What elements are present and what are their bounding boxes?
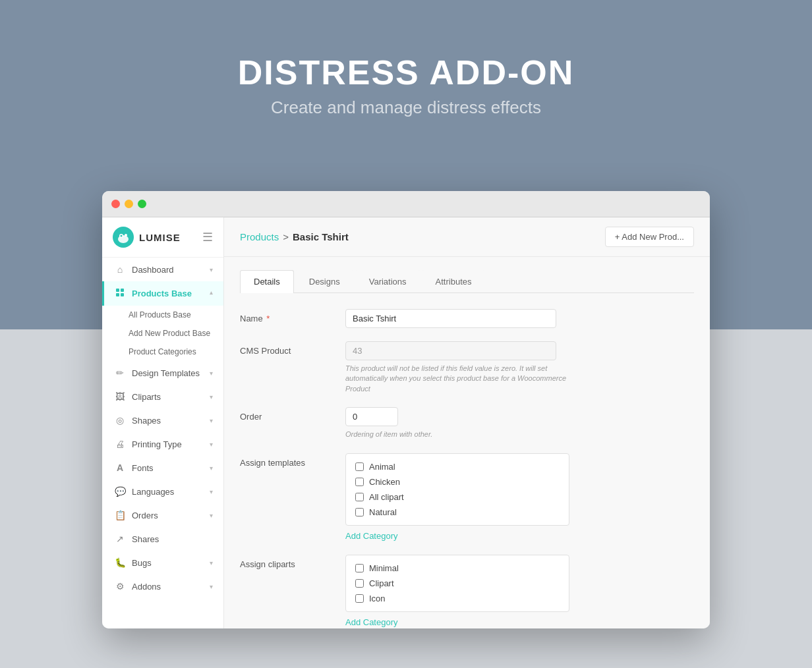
products-base-icon xyxy=(115,288,125,299)
title-bar xyxy=(102,191,710,217)
breadcrumb-current: Basic Tshirt xyxy=(293,231,349,242)
label-assign-cliparts: Assign cliparts xyxy=(240,555,345,569)
sidebar-item-design-templates[interactable]: ✏ Design Templates ▾ xyxy=(102,361,223,385)
templates-checkbox-group: Animal Chicken All clipart xyxy=(345,453,569,526)
breadcrumb: Products > Basic Tshirt xyxy=(240,231,349,242)
traffic-light-green[interactable] xyxy=(138,200,146,208)
control-order: Ordering of item with other. xyxy=(345,407,694,439)
sidebar-item-orders[interactable]: 📋 Orders ▾ xyxy=(102,503,223,527)
sidebar-item-dashboard[interactable]: ⌂ Dashboard ▾ xyxy=(102,258,223,281)
form-group-order: Order Ordering of item with other. xyxy=(240,407,694,439)
form-group-assign-cliparts: Assign cliparts Minimal Clipart xyxy=(240,555,694,628)
dashboard-icon: ⌂ xyxy=(115,264,125,275)
sidebar-item-languages[interactable]: 💬 Languages ▾ xyxy=(102,480,223,503)
control-assign-templates: Animal Chicken All clipart xyxy=(345,453,694,542)
template-item-natural[interactable]: Natural xyxy=(355,507,560,517)
breadcrumb-link-products[interactable]: Products xyxy=(240,231,279,242)
add-category-templates-link[interactable]: Add Category xyxy=(345,531,398,541)
svg-rect-6 xyxy=(121,289,124,292)
clipart-item-icon[interactable]: Icon xyxy=(355,594,560,603)
label-cms-product: CMS Product xyxy=(240,341,345,356)
sidebar-item-addons[interactable]: ⚙ Addons ▾ xyxy=(102,574,223,598)
template-item-chicken[interactable]: Chicken xyxy=(355,477,560,487)
checkbox-all-clipart[interactable] xyxy=(355,493,364,501)
sidebar-item-cliparts[interactable]: 🖼 Cliparts ▾ xyxy=(102,385,223,408)
sidebar-logo: LUMISE ☰ xyxy=(102,217,223,258)
logo-icon xyxy=(113,227,134,248)
traffic-light-red[interactable] xyxy=(111,200,120,208)
hint-order: Ordering of item with other. xyxy=(345,430,569,439)
sidebar-label-shapes: Shapes xyxy=(132,416,161,426)
sidebar-label-printing-type: Printing Type xyxy=(132,439,182,449)
traffic-lights xyxy=(111,200,146,208)
add-category-cliparts-link[interactable]: Add Category xyxy=(345,617,398,627)
sidebar-item-shares[interactable]: ↗ Shares xyxy=(102,527,223,551)
sidebar-item-shapes[interactable]: ◎ Shapes ▾ xyxy=(102,408,223,432)
template-item-animal[interactable]: Animal xyxy=(355,462,560,472)
form-group-name: Name * xyxy=(240,309,694,328)
hamburger-icon[interactable]: ☰ xyxy=(202,230,213,244)
tab-variations[interactable]: Variations xyxy=(355,270,420,292)
languages-icon: 💬 xyxy=(115,486,125,497)
sidebar-label-fonts: Fonts xyxy=(132,463,154,473)
add-new-button[interactable]: + Add New Prod... xyxy=(605,227,694,247)
checkbox-animal[interactable] xyxy=(355,462,364,471)
tab-details[interactable]: Details xyxy=(240,270,294,293)
input-name[interactable] xyxy=(345,309,556,328)
chevron-fonts: ▾ xyxy=(210,464,213,472)
chevron-addons: ▾ xyxy=(210,583,213,590)
control-assign-cliparts: Minimal Clipart Icon Add Category xyxy=(345,555,694,628)
input-cms-product xyxy=(345,341,556,360)
sidebar-item-products-base[interactable]: Products Base ▾ xyxy=(102,281,223,306)
chevron-languages: ▾ xyxy=(210,488,213,495)
label-order: Order xyxy=(240,407,345,422)
sub-nav-product-categories[interactable]: Product Categories xyxy=(102,343,223,361)
control-cms-product: This product will not be listed if this … xyxy=(345,341,694,394)
checkbox-natural[interactable] xyxy=(355,508,364,516)
hero-section: DISTRESS ADD-ON Create and manage distre… xyxy=(0,53,812,118)
svg-rect-7 xyxy=(116,293,119,296)
shapes-icon: ◎ xyxy=(115,415,125,426)
clipart-item-minimal[interactable]: Minimal xyxy=(355,563,560,573)
chevron-design-templates: ▾ xyxy=(210,370,213,377)
sidebar-label-languages: Languages xyxy=(132,487,174,497)
checkbox-minimal[interactable] xyxy=(355,564,364,572)
clipart-item-clipart[interactable]: Clipart xyxy=(355,578,560,588)
traffic-light-yellow[interactable] xyxy=(125,200,133,208)
sidebar-label-cliparts: Cliparts xyxy=(132,392,161,402)
checkbox-clipart[interactable] xyxy=(355,579,364,588)
bugs-icon: 🐛 xyxy=(115,557,125,568)
tab-attributes[interactable]: Attributes xyxy=(422,270,486,292)
sidebar-label-addons: Addons xyxy=(132,582,161,592)
tab-designs[interactable]: Designs xyxy=(295,270,354,292)
main-content: Products > Basic Tshirt + Add New Prod..… xyxy=(224,217,710,628)
sidebar-item-printing-type[interactable]: 🖨 Printing Type ▾ xyxy=(102,432,223,456)
hero-subtitle: Create and manage distress effects xyxy=(0,97,812,118)
top-bar: Products > Basic Tshirt + Add New Prod..… xyxy=(224,217,710,257)
sidebar-label-products-base: Products Base xyxy=(132,289,192,298)
sidebar-item-bugs[interactable]: 🐛 Bugs ▾ xyxy=(102,551,223,574)
sub-nav-add-product[interactable]: Add New Product Base xyxy=(102,324,223,343)
checkbox-icon[interactable] xyxy=(355,594,364,603)
chevron-printing-type: ▾ xyxy=(210,441,213,448)
sidebar-label-shares: Shares xyxy=(132,534,159,544)
card-area: Details Designs Variations Attributes Na… xyxy=(224,257,710,628)
chevron-dashboard: ▾ xyxy=(210,266,213,273)
label-name: Name * xyxy=(240,309,345,323)
hero-title: DISTRESS ADD-ON xyxy=(0,53,812,92)
form-group-cms-product: CMS Product This product will not be lis… xyxy=(240,341,694,394)
input-order[interactable] xyxy=(345,407,398,426)
addons-icon: ⚙ xyxy=(115,581,125,592)
sidebar: LUMISE ☰ ⌂ Dashboard ▾ xyxy=(102,217,224,628)
tabs: Details Designs Variations Attributes xyxy=(240,270,694,293)
shares-icon: ↗ xyxy=(115,534,125,544)
checkbox-chicken[interactable] xyxy=(355,478,364,486)
template-item-all-clipart[interactable]: All clipart xyxy=(355,492,560,502)
logo-area: LUMISE xyxy=(113,227,181,248)
chevron-products-base: ▾ xyxy=(210,290,213,297)
sidebar-item-fonts[interactable]: A Fonts ▾ xyxy=(102,456,223,480)
cliparts-icon: 🖼 xyxy=(115,391,125,402)
form-group-assign-templates: Assign templates Animal Chicken xyxy=(240,453,694,542)
sub-nav-all-products[interactable]: All Products Base xyxy=(102,306,223,324)
required-star-name: * xyxy=(264,314,270,323)
